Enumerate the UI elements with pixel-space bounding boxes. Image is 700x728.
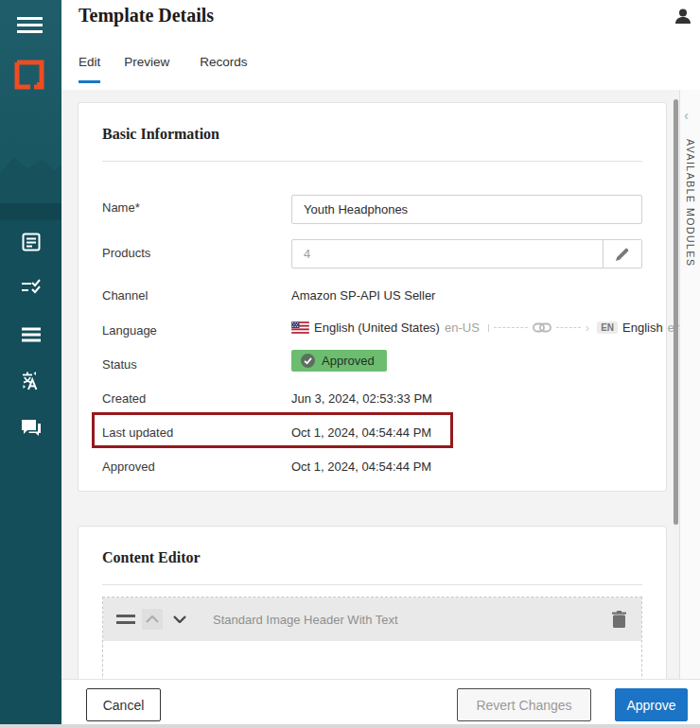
tab-preview[interactable]: Preview [124,55,169,83]
trash-icon [612,611,626,628]
check-circle-icon [301,354,315,368]
chat-icon[interactable] [21,417,42,438]
mapping-tick [488,324,489,332]
channel-label: Channel [102,288,148,303]
name-input[interactable] [291,195,642,224]
status-badge: Approved [291,350,387,372]
approved-value: Oct 1, 2024, 04:54:44 PM [291,459,431,474]
language-target-name: English [622,321,663,335]
edit-products-button[interactable] [603,240,641,268]
tab-bar: Edit Preview Records [79,55,248,83]
chevron-up-icon [146,615,159,623]
section-divider [102,584,642,585]
mapping-arrow-icon: › [586,321,589,335]
language-source-code: en-US [445,321,480,335]
translate-icon[interactable] [21,371,42,391]
app-window: Template Details Edit Preview Records ‹ … [0,0,700,728]
products-label: Products [102,246,150,260]
language-mapping-row: English (United States) en-US › EN Engli… [291,321,681,335]
sidebar [0,0,61,724]
vertical-scrollbar[interactable] [674,99,678,525]
list-icon[interactable] [21,324,42,345]
last-updated-label: Last updated [102,425,173,440]
page-title: Template Details [79,5,214,26]
products-field [291,239,642,269]
status-label: Status [102,357,137,372]
mapping-dash-line [494,327,528,328]
user-profile-icon[interactable] [674,8,692,26]
products-input[interactable] [292,240,603,268]
cancel-button[interactable]: Cancel [86,688,161,721]
language-source-name: English (United States) [314,321,440,335]
basic-information-card: Basic Information Name* Products Channel… [78,102,667,492]
last-updated-value: Oct 1, 2024, 04:54:44 PM [291,425,431,440]
action-bar: Cancel Revert Changes Approve [61,679,700,724]
mapping-dash-line [556,327,581,328]
content-editor-card: Content Editor Standard Image Header Wit… [78,526,667,682]
available-modules-label: AVAILABLE MODULES [685,139,696,267]
tab-edit[interactable]: Edit [79,55,100,83]
approved-label: Approved [102,459,155,474]
created-label: Created [102,391,146,406]
brand-logo-icon[interactable] [13,59,45,91]
window-bottom-edge [0,724,700,728]
module-title: Standard Image Header With Text [213,613,609,627]
section-divider [102,161,642,162]
mountain-silhouette [0,137,61,203]
content-editor-title: Content Editor [102,549,201,566]
link-icon [533,322,551,333]
drag-handle-icon[interactable] [116,615,135,624]
page-header: Template Details Edit Preview Records [61,0,700,90]
checklist-icon[interactable] [21,278,42,299]
form-template-icon[interactable] [21,232,42,252]
move-up-button[interactable] [142,609,163,630]
channel-value: Amazon SP-API US Seller [291,288,435,303]
language-label: Language [102,323,157,338]
basic-information-title: Basic Information [102,126,219,143]
pencil-icon [616,248,629,261]
sidebar-icon-list [0,232,61,438]
water-silhouette [0,203,61,220]
created-value: Jun 3, 2024, 02:53:33 PM [291,391,432,406]
status-value: Approved [322,354,375,368]
menu-hamburger-icon[interactable] [17,17,43,33]
approve-button[interactable]: Approve [615,688,688,721]
name-label: Name* [102,200,140,215]
expand-panel-chevron-icon[interactable]: ‹ [684,107,689,123]
move-down-button[interactable] [169,609,190,630]
content-module-header: Standard Image Header With Text [103,598,641,641]
us-flag-icon [291,321,309,334]
available-modules-rail[interactable]: ‹ AVAILABLE MODULES [679,90,700,679]
language-target-badge: EN [597,321,618,334]
tab-records[interactable]: Records [200,55,247,83]
delete-module-button[interactable] [609,610,628,629]
chevron-down-icon [173,615,186,623]
revert-changes-button[interactable]: Revert Changes [457,688,591,721]
